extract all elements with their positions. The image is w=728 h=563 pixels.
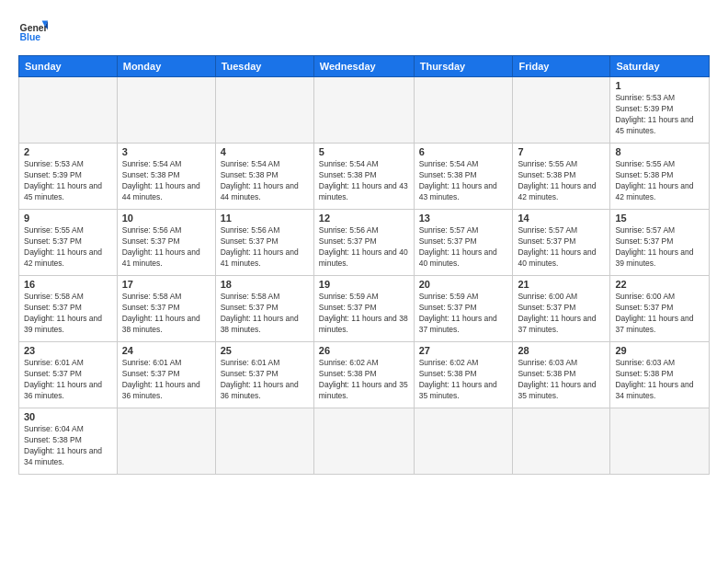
calendar-cell: 26Sunrise: 6:02 AMSunset: 5:38 PMDayligh… (313, 342, 414, 408)
day-info: Sunrise: 5:54 AMSunset: 5:38 PMDaylight:… (122, 159, 210, 203)
svg-text:General: General (20, 23, 48, 33)
general-blue-logo-icon: General Blue (18, 15, 48, 44)
day-number: 25 (221, 345, 309, 356)
header: General Blue (18, 15, 710, 44)
day-info: Sunrise: 5:57 AMSunset: 5:37 PMDaylight:… (518, 225, 605, 270)
calendar-cell (513, 408, 610, 475)
calendar-cell (117, 408, 215, 475)
day-number: 19 (319, 279, 409, 290)
calendar-table: SundayMondayTuesdayWednesdayThursdayFrid… (18, 55, 710, 475)
calendar-cell: 9Sunrise: 5:55 AMSunset: 5:37 PMDaylight… (19, 210, 118, 276)
day-info: Sunrise: 6:00 AMSunset: 5:37 PMDaylight:… (615, 292, 704, 336)
day-info: Sunrise: 6:03 AMSunset: 5:38 PMDaylight:… (615, 358, 704, 402)
day-number: 9 (24, 213, 112, 224)
calendar-cell: 3Sunrise: 5:54 AMSunset: 5:38 PMDaylight… (117, 144, 215, 210)
day-info: Sunrise: 5:58 AMSunset: 5:37 PMDaylight:… (122, 292, 210, 336)
calendar-cell: 25Sunrise: 6:01 AMSunset: 5:37 PMDayligh… (215, 342, 313, 408)
calendar-cell: 4Sunrise: 5:54 AMSunset: 5:38 PMDaylight… (215, 144, 313, 210)
day-number: 10 (122, 213, 210, 224)
weekday-header-friday: Friday (513, 56, 610, 77)
calendar-cell: 2Sunrise: 5:53 AMSunset: 5:39 PMDaylight… (19, 144, 118, 210)
day-info: Sunrise: 5:55 AMSunset: 5:37 PMDaylight:… (24, 225, 112, 270)
page: General Blue SundayMondayTuesdayWednesda… (0, 0, 728, 563)
calendar-cell: 24Sunrise: 6:01 AMSunset: 5:37 PMDayligh… (117, 342, 215, 408)
calendar-cell: 17Sunrise: 5:58 AMSunset: 5:37 PMDayligh… (117, 276, 215, 342)
day-info: Sunrise: 5:58 AMSunset: 5:37 PMDaylight:… (221, 292, 309, 336)
day-info: Sunrise: 5:54 AMSunset: 5:38 PMDaylight:… (221, 159, 309, 203)
calendar-cell: 19Sunrise: 5:59 AMSunset: 5:37 PMDayligh… (313, 276, 414, 342)
day-number: 17 (122, 279, 210, 290)
svg-text:Blue: Blue (20, 32, 41, 42)
day-info: Sunrise: 5:59 AMSunset: 5:37 PMDaylight:… (319, 292, 409, 336)
calendar-cell: 30Sunrise: 6:04 AMSunset: 5:38 PMDayligh… (19, 408, 118, 475)
day-info: Sunrise: 5:58 AMSunset: 5:37 PMDaylight:… (24, 292, 112, 336)
day-info: Sunrise: 6:01 AMSunset: 5:37 PMDaylight:… (221, 358, 309, 402)
day-number: 4 (221, 146, 309, 157)
calendar-cell (19, 77, 118, 144)
calendar-cell: 22Sunrise: 6:00 AMSunset: 5:37 PMDayligh… (610, 276, 710, 342)
weekday-header-monday: Monday (117, 56, 215, 77)
calendar-cell: 13Sunrise: 5:57 AMSunset: 5:37 PMDayligh… (414, 210, 513, 276)
calendar-week-row: 2Sunrise: 5:53 AMSunset: 5:39 PMDaylight… (19, 144, 710, 210)
day-number: 26 (319, 345, 409, 356)
day-number: 12 (319, 213, 409, 224)
calendar-cell: 28Sunrise: 6:03 AMSunset: 5:38 PMDayligh… (513, 342, 610, 408)
calendar-cell: 18Sunrise: 5:58 AMSunset: 5:37 PMDayligh… (215, 276, 313, 342)
day-info: Sunrise: 5:55 AMSunset: 5:38 PMDaylight:… (615, 159, 704, 203)
calendar-cell: 23Sunrise: 6:01 AMSunset: 5:37 PMDayligh… (19, 342, 118, 408)
day-info: Sunrise: 6:02 AMSunset: 5:38 PMDaylight:… (319, 358, 409, 402)
calendar-cell (215, 77, 313, 144)
weekday-header-thursday: Thursday (414, 56, 513, 77)
day-info: Sunrise: 5:54 AMSunset: 5:38 PMDaylight:… (419, 159, 508, 203)
calendar-cell: 21Sunrise: 6:00 AMSunset: 5:37 PMDayligh… (513, 276, 610, 342)
day-info: Sunrise: 5:57 AMSunset: 5:37 PMDaylight:… (615, 225, 704, 270)
calendar-week-row: 16Sunrise: 5:58 AMSunset: 5:37 PMDayligh… (19, 276, 710, 342)
calendar-cell: 6Sunrise: 5:54 AMSunset: 5:38 PMDaylight… (414, 144, 513, 210)
day-number: 6 (419, 146, 508, 157)
calendar-cell: 12Sunrise: 5:56 AMSunset: 5:37 PMDayligh… (313, 210, 414, 276)
day-info: Sunrise: 5:56 AMSunset: 5:37 PMDaylight:… (221, 225, 309, 270)
calendar-cell (513, 77, 610, 144)
calendar-cell: 11Sunrise: 5:56 AMSunset: 5:37 PMDayligh… (215, 210, 313, 276)
day-info: Sunrise: 5:59 AMSunset: 5:37 PMDaylight:… (419, 292, 508, 336)
day-number: 7 (518, 146, 605, 157)
day-number: 13 (419, 213, 508, 224)
calendar-cell: 29Sunrise: 6:03 AMSunset: 5:38 PMDayligh… (610, 342, 710, 408)
day-info: Sunrise: 6:02 AMSunset: 5:38 PMDaylight:… (419, 358, 508, 402)
calendar-week-row: 9Sunrise: 5:55 AMSunset: 5:37 PMDaylight… (19, 210, 710, 276)
calendar-cell: 16Sunrise: 5:58 AMSunset: 5:37 PMDayligh… (19, 276, 118, 342)
weekday-header-row: SundayMondayTuesdayWednesdayThursdayFrid… (19, 56, 710, 77)
day-info: Sunrise: 5:56 AMSunset: 5:37 PMDaylight:… (319, 225, 409, 270)
day-number: 23 (24, 345, 112, 356)
day-number: 29 (615, 345, 704, 356)
calendar-week-row: 30Sunrise: 6:04 AMSunset: 5:38 PMDayligh… (19, 408, 710, 475)
calendar-week-row: 23Sunrise: 6:01 AMSunset: 5:37 PMDayligh… (19, 342, 710, 408)
calendar-cell (313, 408, 414, 475)
day-number: 18 (221, 279, 309, 290)
day-number: 16 (24, 279, 112, 290)
day-number: 1 (615, 80, 704, 91)
day-info: Sunrise: 5:53 AMSunset: 5:39 PMDaylight:… (615, 93, 704, 137)
day-info: Sunrise: 6:03 AMSunset: 5:38 PMDaylight:… (518, 358, 605, 402)
day-number: 8 (615, 146, 704, 157)
day-info: Sunrise: 5:53 AMSunset: 5:39 PMDaylight:… (24, 159, 112, 203)
weekday-header-tuesday: Tuesday (215, 56, 313, 77)
day-number: 11 (221, 213, 309, 224)
day-info: Sunrise: 5:54 AMSunset: 5:38 PMDaylight:… (319, 159, 409, 203)
day-info: Sunrise: 5:56 AMSunset: 5:37 PMDaylight:… (122, 225, 210, 270)
weekday-header-wednesday: Wednesday (313, 56, 414, 77)
calendar-cell (313, 77, 414, 144)
calendar-cell: 27Sunrise: 6:02 AMSunset: 5:38 PMDayligh… (414, 342, 513, 408)
day-number: 15 (615, 213, 704, 224)
day-number: 24 (122, 345, 210, 356)
logo: General Blue (18, 15, 48, 44)
day-number: 5 (319, 146, 409, 157)
calendar-cell: 15Sunrise: 5:57 AMSunset: 5:37 PMDayligh… (610, 210, 710, 276)
calendar-cell: 1Sunrise: 5:53 AMSunset: 5:39 PMDaylight… (610, 77, 710, 144)
calendar-cell (117, 77, 215, 144)
day-number: 27 (419, 345, 508, 356)
calendar-cell: 20Sunrise: 5:59 AMSunset: 5:37 PMDayligh… (414, 276, 513, 342)
calendar-cell: 5Sunrise: 5:54 AMSunset: 5:38 PMDaylight… (313, 144, 414, 210)
day-number: 3 (122, 146, 210, 157)
day-number: 20 (419, 279, 508, 290)
